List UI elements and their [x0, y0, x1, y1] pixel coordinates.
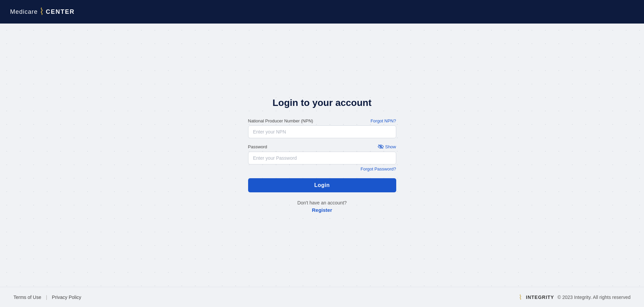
login-button[interactable]: Login [248, 178, 396, 192]
logo-divider-icon: ⌇ [39, 7, 44, 16]
login-form: National Producer Number (NPN) Forgot NP… [248, 118, 396, 213]
login-title: Login to your account [273, 98, 372, 108]
logo-medicare: Medicare [10, 8, 38, 15]
eye-icon [378, 144, 384, 150]
footer-left: Terms of Use | Privacy Policy [13, 295, 81, 300]
privacy-policy-link[interactable]: Privacy Policy [52, 295, 81, 300]
forgot-npn-link[interactable]: Forgot NPN? [371, 118, 396, 123]
footer-divider: | [46, 295, 47, 300]
show-password-button[interactable]: Show [378, 144, 396, 150]
npn-field-group: National Producer Number (NPN) Forgot NP… [248, 118, 396, 138]
register-link[interactable]: Register [248, 207, 396, 213]
header: Medicare ⌇ CENTER [0, 0, 644, 24]
password-field-group: Password Show Forgot P [248, 144, 396, 171]
integrity-icon: ⌇ [517, 293, 524, 301]
integrity-text: INTEGRITY [526, 295, 554, 300]
register-section: Don't have an account? Register [248, 200, 396, 213]
logo-center: CENTER [46, 8, 75, 15]
password-input[interactable] [248, 152, 396, 164]
show-label: Show [385, 144, 396, 149]
footer-right: ⌇ INTEGRITY © 2023 Integrity. All rights… [517, 293, 631, 301]
password-label-row: Password Show [248, 144, 396, 150]
login-card: Login to your account National Producer … [248, 98, 396, 213]
copyright-text: © 2023 Integrity. All rights reserved [557, 295, 631, 300]
footer: Terms of Use | Privacy Policy ⌇ INTEGRIT… [0, 287, 644, 307]
npn-label-row: National Producer Number (NPN) Forgot NP… [248, 118, 396, 123]
forgot-password-link[interactable]: Forgot Password? [361, 166, 396, 171]
password-label: Password [248, 144, 267, 149]
main-content: Login to your account National Producer … [0, 24, 644, 287]
forgot-password-row: Forgot Password? [248, 166, 396, 171]
integrity-logo: ⌇ INTEGRITY [517, 293, 554, 301]
npn-label: National Producer Number (NPN) [248, 118, 313, 123]
terms-of-use-link[interactable]: Terms of Use [13, 295, 41, 300]
logo: Medicare ⌇ CENTER [10, 7, 75, 16]
no-account-text: Don't have an account? [297, 200, 347, 205]
npn-input[interactable] [248, 125, 396, 138]
